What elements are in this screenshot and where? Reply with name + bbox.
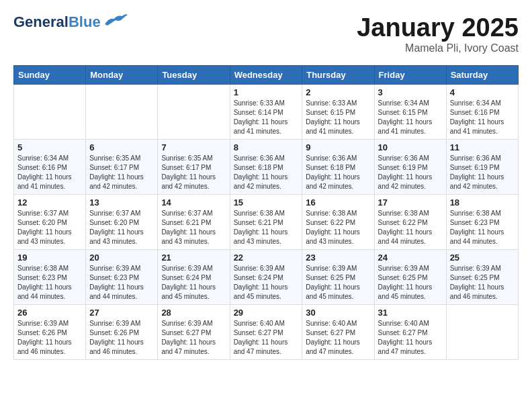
calendar-week-row: 1Sunrise: 6:33 AM Sunset: 6:14 PM Daylig… [14, 85, 519, 140]
bird-icon [103, 12, 128, 27]
page-header: General Blue January 2025 Mamela Pli, Iv… [13, 13, 519, 54]
day-info: Sunrise: 6:40 AM Sunset: 6:27 PM Dayligh… [378, 319, 443, 357]
day-info: Sunrise: 6:38 AM Sunset: 6:23 PM Dayligh… [17, 264, 82, 302]
calendar-cell: 1Sunrise: 6:33 AM Sunset: 6:14 PM Daylig… [230, 85, 302, 140]
calendar-cell: 2Sunrise: 6:33 AM Sunset: 6:15 PM Daylig… [302, 85, 374, 140]
calendar-header-thursday: Thursday [302, 66, 374, 85]
calendar-cell: 18Sunrise: 6:38 AM Sunset: 6:23 PM Dayli… [446, 195, 518, 250]
day-number: 2 [306, 87, 370, 97]
calendar-cell: 7Sunrise: 6:35 AM Sunset: 6:17 PM Daylig… [158, 140, 230, 195]
calendar-cell [86, 85, 158, 140]
day-info: Sunrise: 6:35 AM Sunset: 6:17 PM Dayligh… [161, 154, 226, 191]
logo: General Blue [13, 13, 128, 31]
calendar-cell: 3Sunrise: 6:34 AM Sunset: 6:15 PM Daylig… [374, 85, 446, 140]
day-info: Sunrise: 6:33 AM Sunset: 6:15 PM Dayligh… [306, 99, 370, 136]
day-number: 18 [450, 197, 515, 208]
day-number: 16 [306, 197, 370, 208]
day-number: 8 [234, 142, 299, 152]
day-number: 20 [89, 253, 154, 263]
calendar-cell: 17Sunrise: 6:38 AM Sunset: 6:22 PM Dayli… [374, 195, 446, 250]
calendar-cell: 10Sunrise: 6:36 AM Sunset: 6:19 PM Dayli… [374, 140, 446, 195]
day-info: Sunrise: 6:36 AM Sunset: 6:18 PM Dayligh… [306, 154, 370, 191]
calendar-cell: 26Sunrise: 6:39 AM Sunset: 6:26 PM Dayli… [14, 305, 86, 360]
calendar-header-monday: Monday [86, 66, 158, 85]
calendar-cell: 31Sunrise: 6:40 AM Sunset: 6:27 PM Dayli… [374, 305, 446, 360]
day-number: 14 [161, 197, 226, 208]
day-info: Sunrise: 6:39 AM Sunset: 6:26 PM Dayligh… [89, 319, 154, 357]
logo-general-text: General [13, 13, 69, 31]
calendar-cell: 25Sunrise: 6:39 AM Sunset: 6:25 PM Dayli… [446, 250, 518, 305]
day-number: 4 [450, 87, 515, 97]
calendar-cell: 27Sunrise: 6:39 AM Sunset: 6:26 PM Dayli… [86, 305, 158, 360]
calendar-cell [14, 85, 86, 140]
day-number: 10 [378, 142, 443, 152]
day-info: Sunrise: 6:38 AM Sunset: 6:22 PM Dayligh… [378, 209, 443, 246]
calendar-header-tuesday: Tuesday [158, 66, 230, 85]
day-info: Sunrise: 6:40 AM Sunset: 6:27 PM Dayligh… [234, 319, 299, 357]
day-number: 27 [89, 308, 154, 318]
day-info: Sunrise: 6:37 AM Sunset: 6:20 PM Dayligh… [89, 209, 154, 246]
day-number: 1 [234, 87, 299, 97]
day-info: Sunrise: 6:35 AM Sunset: 6:17 PM Dayligh… [89, 154, 154, 191]
day-info: Sunrise: 6:36 AM Sunset: 6:19 PM Dayligh… [450, 154, 515, 191]
day-number: 9 [306, 142, 370, 152]
calendar-cell: 24Sunrise: 6:39 AM Sunset: 6:25 PM Dayli… [374, 250, 446, 305]
day-info: Sunrise: 6:36 AM Sunset: 6:18 PM Dayligh… [234, 154, 299, 191]
day-number: 25 [450, 253, 515, 263]
calendar-cell: 15Sunrise: 6:38 AM Sunset: 6:21 PM Dayli… [230, 195, 302, 250]
day-number: 7 [161, 142, 226, 152]
day-number: 22 [234, 253, 299, 263]
calendar-week-row: 12Sunrise: 6:37 AM Sunset: 6:20 PM Dayli… [14, 195, 519, 250]
calendar-cell: 9Sunrise: 6:36 AM Sunset: 6:18 PM Daylig… [302, 140, 374, 195]
location-subtitle: Mamela Pli, Ivory Coast [357, 42, 519, 54]
calendar-cell: 6Sunrise: 6:35 AM Sunset: 6:17 PM Daylig… [86, 140, 158, 195]
day-info: Sunrise: 6:39 AM Sunset: 6:25 PM Dayligh… [378, 264, 443, 302]
calendar-header-row: SundayMondayTuesdayWednesdayThursdayFrid… [14, 66, 519, 85]
logo-blue-text: Blue [69, 13, 101, 31]
day-info: Sunrise: 6:39 AM Sunset: 6:26 PM Dayligh… [17, 319, 82, 357]
day-info: Sunrise: 6:40 AM Sunset: 6:27 PM Dayligh… [306, 319, 370, 357]
calendar-cell: 13Sunrise: 6:37 AM Sunset: 6:20 PM Dayli… [86, 195, 158, 250]
calendar-week-row: 5Sunrise: 6:34 AM Sunset: 6:16 PM Daylig… [14, 140, 519, 195]
calendar-header-saturday: Saturday [446, 66, 518, 85]
day-info: Sunrise: 6:38 AM Sunset: 6:23 PM Dayligh… [450, 209, 515, 246]
day-info: Sunrise: 6:39 AM Sunset: 6:24 PM Dayligh… [161, 264, 226, 302]
day-number: 30 [306, 308, 370, 318]
calendar-cell: 21Sunrise: 6:39 AM Sunset: 6:24 PM Dayli… [158, 250, 230, 305]
calendar-table: SundayMondayTuesdayWednesdayThursdayFrid… [13, 65, 519, 360]
calendar-header-friday: Friday [374, 66, 446, 85]
day-info: Sunrise: 6:38 AM Sunset: 6:21 PM Dayligh… [234, 209, 299, 246]
calendar-cell: 14Sunrise: 6:37 AM Sunset: 6:21 PM Dayli… [158, 195, 230, 250]
calendar-cell: 29Sunrise: 6:40 AM Sunset: 6:27 PM Dayli… [230, 305, 302, 360]
day-info: Sunrise: 6:34 AM Sunset: 6:16 PM Dayligh… [450, 99, 515, 136]
calendar-cell: 23Sunrise: 6:39 AM Sunset: 6:25 PM Dayli… [302, 250, 374, 305]
day-number: 28 [161, 308, 226, 318]
day-number: 17 [378, 197, 443, 208]
day-info: Sunrise: 6:39 AM Sunset: 6:24 PM Dayligh… [234, 264, 299, 302]
calendar-cell: 22Sunrise: 6:39 AM Sunset: 6:24 PM Dayli… [230, 250, 302, 305]
calendar-week-row: 19Sunrise: 6:38 AM Sunset: 6:23 PM Dayli… [14, 250, 519, 305]
day-info: Sunrise: 6:39 AM Sunset: 6:25 PM Dayligh… [450, 264, 515, 302]
day-info: Sunrise: 6:38 AM Sunset: 6:22 PM Dayligh… [306, 209, 370, 246]
calendar-cell: 8Sunrise: 6:36 AM Sunset: 6:18 PM Daylig… [230, 140, 302, 195]
calendar-header-wednesday: Wednesday [230, 66, 302, 85]
day-info: Sunrise: 6:36 AM Sunset: 6:19 PM Dayligh… [378, 154, 443, 191]
day-info: Sunrise: 6:37 AM Sunset: 6:20 PM Dayligh… [17, 209, 82, 246]
day-number: 6 [89, 142, 154, 152]
day-number: 23 [306, 253, 370, 263]
day-info: Sunrise: 6:39 AM Sunset: 6:25 PM Dayligh… [306, 264, 370, 302]
day-number: 29 [234, 308, 299, 318]
day-number: 11 [450, 142, 515, 152]
calendar-cell [446, 305, 518, 360]
day-info: Sunrise: 6:34 AM Sunset: 6:15 PM Dayligh… [378, 99, 443, 136]
day-info: Sunrise: 6:33 AM Sunset: 6:14 PM Dayligh… [234, 99, 299, 136]
calendar-cell: 30Sunrise: 6:40 AM Sunset: 6:27 PM Dayli… [302, 305, 374, 360]
day-number: 13 [89, 197, 154, 208]
day-number: 5 [17, 142, 82, 152]
day-number: 24 [378, 253, 443, 263]
day-info: Sunrise: 6:37 AM Sunset: 6:21 PM Dayligh… [161, 209, 226, 246]
calendar-header-sunday: Sunday [14, 66, 86, 85]
calendar-cell: 20Sunrise: 6:39 AM Sunset: 6:23 PM Dayli… [86, 250, 158, 305]
calendar-cell: 5Sunrise: 6:34 AM Sunset: 6:16 PM Daylig… [14, 140, 86, 195]
day-info: Sunrise: 6:34 AM Sunset: 6:16 PM Dayligh… [17, 154, 82, 191]
